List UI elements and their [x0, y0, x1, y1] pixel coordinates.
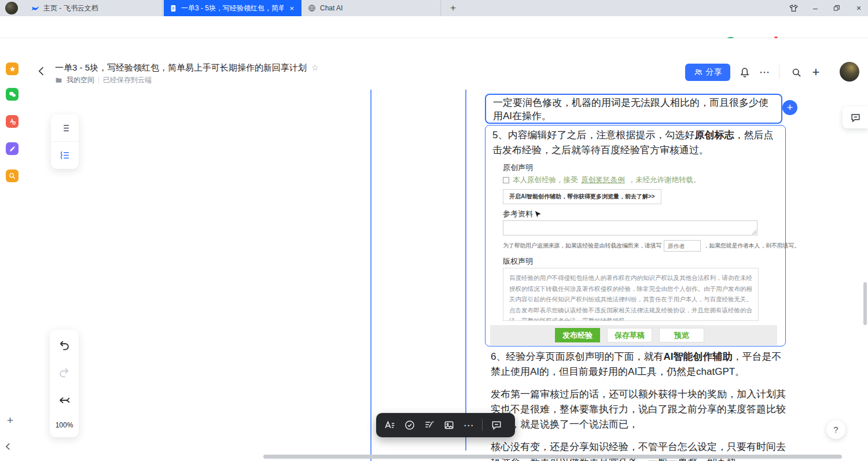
- redo-icon[interactable]: [58, 366, 71, 379]
- horizontal-scrollbar[interactable]: [263, 455, 842, 459]
- restore-button[interactable]: [830, 2, 843, 14]
- doc-favicon-icon: [170, 5, 177, 12]
- tab-chat-ai[interactable]: Chat AI: [302, 0, 441, 16]
- tab-title: 一单3 - 5块，写经验领红包，简单易: [181, 3, 284, 13]
- copyright-title: 版权声明: [503, 256, 533, 267]
- doc-meta: 我的空间 已经保存到云端: [55, 75, 152, 85]
- theme-skin-icon[interactable]: [787, 2, 800, 14]
- save-draft-button[interactable]: 保存草稿: [607, 328, 652, 342]
- close-window-button[interactable]: ×: [852, 2, 865, 14]
- tab-bar: 主页 - 飞书云文档 一单3 - 5块，写经验领红包，简单易 × Chat AI…: [0, 0, 868, 16]
- ai-assist-banner[interactable]: 开启AI智能创作辅助，帮你获得更多浏览量，前去了解>>: [503, 189, 661, 204]
- save-status: 已经保存到云端: [103, 75, 152, 85]
- vertical-scrollbar[interactable]: [863, 282, 867, 325]
- floating-format-toolbar: ⋯: [376, 413, 515, 437]
- minimize-button[interactable]: –: [809, 2, 822, 14]
- selection-guide-line: [370, 90, 372, 461]
- tab-feishu-home[interactable]: 主页 - 飞书云文档: [25, 0, 163, 16]
- rail-favorites-icon[interactable]: [6, 62, 19, 75]
- image-icon[interactable]: [443, 419, 455, 432]
- tab-title: Chat AI: [320, 4, 435, 12]
- tab-title: 主页 - 飞书云文档: [43, 3, 156, 13]
- selection-guide-line: [465, 90, 466, 451]
- header-divider: [779, 65, 779, 79]
- mouse-cursor-icon: [534, 210, 542, 220]
- rail-translate-icon[interactable]: [6, 115, 19, 128]
- doc-back-icon[interactable]: [36, 65, 47, 78]
- callout-text: 一定要润色修改，机器的用词是无法跟人相比的，而且很多少使用AI在操作。: [493, 97, 768, 121]
- rail-wechat-icon[interactable]: [6, 88, 19, 101]
- comments-panel-button[interactable]: [843, 106, 868, 128]
- space-name[interactable]: 我的空间: [67, 75, 94, 85]
- step6-text[interactable]: 6、经验分享页面原创声明的下面，就有AI智能创作辅助，平台是不禁止使用AI的，但…: [491, 349, 787, 379]
- zoom-level[interactable]: 100%: [56, 421, 73, 429]
- bullet-list-icon[interactable]: [51, 115, 79, 142]
- more-options-icon[interactable]: ⋯: [758, 66, 771, 79]
- reference-title: 参考资料: [503, 209, 533, 219]
- help-button[interactable]: ?: [826, 420, 845, 439]
- copyright-text-box: 百度经验的用户不得侵犯包括他人的著作权在内的知识产权以及其他合法权利，请勿在未经…: [503, 268, 759, 321]
- toolbar-divider: [482, 419, 483, 431]
- original-checkbox[interactable]: [503, 177, 509, 183]
- rail-notes-pen-icon[interactable]: [6, 142, 19, 155]
- more-tools-icon[interactable]: ⋯: [462, 419, 475, 432]
- close-tab-icon[interactable]: ×: [288, 4, 296, 13]
- form-button-strip: 发布经验 保存草稿 预览: [490, 325, 777, 345]
- textarea-resize-grip[interactable]: [752, 230, 757, 235]
- tab-current-doc[interactable]: 一单3 - 5块，写经验领红包，简单易 ×: [164, 0, 301, 16]
- text-style-icon[interactable]: [384, 419, 396, 432]
- check-circle-icon[interactable]: [403, 419, 415, 432]
- notification-bell-icon[interactable]: [738, 66, 751, 79]
- embedded-baidu-screenshot: 原创声明 本人原创经验，接受原创奖惩条例，未经允许谢绝转载。 开启AI智能创作辅…: [490, 159, 777, 345]
- feishu-logo-icon: [31, 4, 39, 12]
- rules-link[interactable]: 原创奖惩条例: [582, 175, 625, 185]
- doc-title: 一单3 - 5块，写经验领红包，简单易上手可长期操作的新回享计划☆: [55, 62, 319, 73]
- meta-divider: [98, 77, 99, 84]
- comment-icon[interactable]: [490, 419, 502, 432]
- undo-zoom-card: 100%: [50, 330, 79, 437]
- share-button[interactable]: 分享: [685, 64, 730, 81]
- doc-paragraphs: 6、经验分享页面原创声明的下面，就有AI智能创作辅助，平台是不禁止使用AI的，但…: [491, 349, 787, 461]
- original-declaration-title: 原创声明: [503, 163, 533, 173]
- globe-icon: [308, 4, 316, 12]
- source-note-row: 为了帮助用户追溯来源，如果该经验是由转载改编而来，请填写 ，如果您就是作者本人，…: [503, 240, 800, 252]
- back-to-position-icon[interactable]: [58, 394, 71, 407]
- publish-button[interactable]: 发布经验: [555, 328, 600, 342]
- doc-search-icon[interactable]: [790, 66, 803, 79]
- outline-panel-card: [51, 115, 79, 169]
- user-avatar[interactable]: [840, 62, 859, 82]
- add-block-button[interactable]: +: [782, 100, 797, 115]
- folder-icon: [55, 76, 62, 84]
- doc-outline-icon[interactable]: [51, 142, 79, 169]
- browser-toolbar: ☆ ▾ 新 ▾ ▾ + ≡: [0, 16, 868, 38]
- reference-textarea[interactable]: [503, 220, 757, 235]
- original-author-input[interactable]: [664, 240, 701, 252]
- list-edit-icon[interactable]: [423, 419, 435, 432]
- share-people-icon: [694, 68, 703, 77]
- new-tab-button[interactable]: +: [446, 1, 460, 15]
- rail-add-icon[interactable]: +: [7, 414, 13, 427]
- preview-button[interactable]: 预览: [659, 328, 704, 342]
- step5-block[interactable]: 5、内容编辑好了之后，注意根据提示，勾选好原创标志，然后点击发布经验，之后就等待…: [485, 125, 786, 346]
- rail-collapse-icon[interactable]: [5, 441, 16, 453]
- step5-text: 5、内容编辑好了之后，注意根据提示，勾选好原创标志，然后点击发布经验，之后就等待…: [492, 128, 778, 158]
- undo-icon[interactable]: [58, 339, 71, 352]
- selected-text-block[interactable]: 一定要润色修改，机器的用词是无法跟人相比的，而且很多少使用AI在操作。: [485, 94, 782, 124]
- document-page: 一单3 - 5块，写经验领红包，简单易上手可长期操作的新回享计划☆ 我的空间 已…: [0, 38, 868, 461]
- original-declaration-row: 本人原创经验，接受原创奖惩条例，未经允许谢绝转载。: [503, 175, 701, 185]
- create-new-icon[interactable]: +: [810, 66, 822, 79]
- browser-profile-avatar[interactable]: [5, 2, 18, 14]
- paragraph[interactable]: 发布第一篇审核过后的话，还可以额外获得十块的奖励，加入计划其实也不是很难，整体要…: [491, 387, 787, 432]
- favorite-star-icon[interactable]: ☆: [311, 63, 319, 72]
- rail-search-icon[interactable]: [6, 169, 19, 182]
